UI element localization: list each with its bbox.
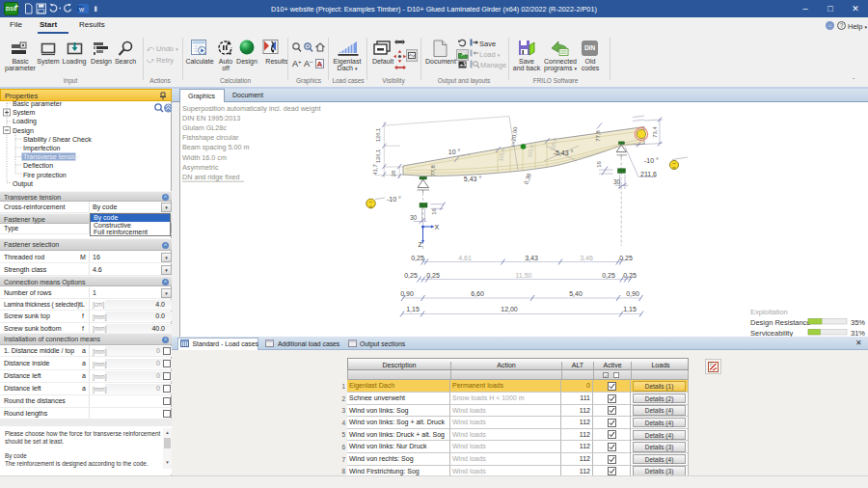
svg-text:12,00: 12,00 — [501, 306, 518, 312]
svg-text:126,1: 126,1 — [375, 149, 381, 164]
svg-text:Fire protection: Fire protection — [23, 172, 67, 179]
svg-text:Imperfection: Imperfection — [23, 145, 61, 152]
svg-text:Superposition automatically in: Superposition automatically incl. dead w… — [182, 104, 320, 113]
svg-text:Width 16.0 cm: Width 16.0 cm — [182, 153, 227, 162]
svg-text:-10 °: -10 ° — [644, 157, 659, 164]
svg-text:Stability / Shear Check: Stability / Shear Check — [23, 136, 92, 144]
svg-text:0,25: 0,25 — [404, 272, 418, 279]
svg-text:73,4: 73,4 — [652, 126, 658, 138]
svg-text:211,6: 211,6 — [640, 171, 657, 177]
svg-text:Design Resistance: Design Resistance — [750, 318, 811, 327]
svg-text:Glulam GL28c: Glulam GL28c — [182, 123, 227, 132]
svg-text:5,43 °: 5,43 ° — [464, 176, 482, 182]
svg-text:31%: 31% — [851, 329, 865, 338]
svg-text:35%: 35% — [851, 318, 865, 327]
svg-text:Basic parameter: Basic parameter — [13, 100, 63, 108]
svg-text:6,60: 6,60 — [471, 290, 484, 297]
svg-text:0,25: 0,25 — [619, 255, 633, 261]
svg-text:DN and ridge fixed: DN and ridge fixed — [182, 173, 240, 181]
svg-text:Beam spacing 5.00 m: Beam spacing 5.00 m — [182, 143, 250, 151]
svg-text:30: 30 — [613, 178, 621, 185]
svg-text:Output: Output — [13, 180, 33, 188]
svg-text:16: 16 — [596, 161, 602, 168]
svg-text:10 °: 10 ° — [448, 149, 461, 155]
svg-text:1,15: 1,15 — [623, 306, 637, 312]
svg-text:30: 30 — [410, 214, 418, 221]
svg-text:3,43: 3,43 — [525, 255, 538, 261]
svg-text:5,40: 5,40 — [569, 290, 583, 297]
svg-text:77,8: 77,8 — [430, 165, 436, 176]
svg-text:126,1: 126,1 — [375, 128, 381, 143]
svg-text:0,39: 0,39 — [523, 172, 532, 185]
svg-text:0,25: 0,25 — [623, 272, 637, 279]
svg-text:0,25: 0,25 — [411, 255, 424, 261]
svg-text:Deflection: Deflection — [23, 162, 53, 169]
svg-text:Asymmetric: Asymmetric — [182, 163, 219, 172]
svg-text:-5,43 °: -5,43 ° — [554, 149, 574, 156]
svg-text:28: 28 — [391, 171, 396, 176]
svg-text:1,15: 1,15 — [406, 306, 420, 312]
svg-text:Z: Z — [419, 241, 423, 248]
svg-text:DIN EN 1995:2013: DIN EN 1995:2013 — [182, 114, 240, 122]
svg-text:77,8: 77,8 — [595, 130, 601, 142]
svg-text:Transverse tension: Transverse tension — [23, 153, 80, 160]
svg-text:0,25: 0,25 — [602, 272, 615, 279]
svg-text:Exploitation: Exploitation — [750, 308, 788, 316]
svg-text:0,25: 0,25 — [426, 272, 440, 279]
svg-text:-10 °: -10 ° — [387, 196, 401, 203]
svg-text:X: X — [435, 224, 440, 230]
svg-text:11,50: 11,50 — [516, 272, 532, 279]
svg-text:Loading: Loading — [13, 118, 37, 125]
svg-text:41,7: 41,7 — [372, 164, 378, 175]
svg-text:4,61: 4,61 — [458, 255, 472, 261]
svg-text:r=20,00: r=20,00 — [509, 125, 518, 147]
svg-text:Design: Design — [13, 127, 34, 135]
svg-text:System: System — [13, 109, 36, 117]
svg-text:0,90: 0,90 — [626, 290, 639, 297]
svg-text:16: 16 — [431, 208, 437, 215]
svg-text:Fishshape circular: Fishshape circular — [182, 133, 239, 142]
svg-text:0,90: 0,90 — [400, 290, 414, 297]
svg-text:3,46: 3,46 — [580, 255, 593, 261]
svg-text:Serviceability: Serviceability — [750, 329, 793, 338]
